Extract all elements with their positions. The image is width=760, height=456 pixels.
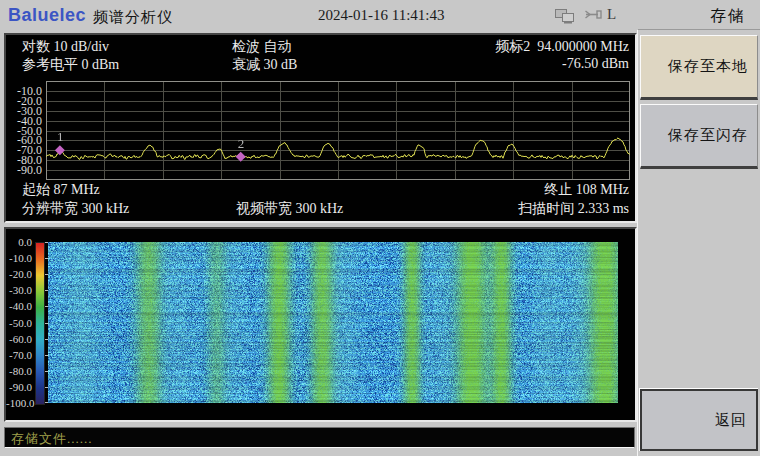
app-title: 频谱分析仪 [93, 8, 173, 27]
save-to-local-button[interactable]: 保存至本地 [640, 35, 758, 100]
sidebar-divider [637, 30, 638, 456]
scale-tick-label: 0.0 [6, 236, 32, 248]
status-icons: L [554, 6, 624, 26]
scale-tick-label: -40.0 [6, 300, 32, 312]
detector-setting: 检波 自动 [232, 38, 292, 56]
back-button[interactable]: 返回 [640, 389, 758, 451]
scale-tick-label: -70.0 [6, 349, 32, 361]
ref-level-setting: 参考电平 0 dBm [22, 56, 119, 74]
scale-tick-label: -30.0 [6, 284, 32, 296]
scale-tick-label: -100.0 [6, 397, 32, 409]
clock: 2024-01-16 11:41:43 [318, 7, 445, 24]
scale-tick-label: -90.0 [6, 381, 32, 393]
scale-setting: 对数 10 dB/div [22, 38, 109, 56]
bandwidth-row: 分辨带宽 300 kHz 视频带宽 300 kHz 扫描时间 2.333 ms [6, 200, 635, 216]
waterfall-display [48, 242, 618, 403]
scale-tick-label: -60.0 [6, 333, 32, 345]
scale-tick-label: -50.0 [6, 317, 32, 329]
attenuation-setting: 衰减 30 dB [232, 56, 297, 74]
menu-title: 存储 [710, 6, 746, 27]
status-message: 存储文件...... [11, 430, 93, 448]
spectrum-panel: 对数 10 dB/div 检波 自动 频标2 94.000000 MHz 参考电… [4, 33, 637, 223]
brand-logo: Baluelec [8, 5, 86, 26]
save-to-flash-button[interactable]: 保存至闪存 [640, 104, 758, 169]
spectrum-trace-display [46, 81, 630, 180]
marker-freq-readout: 频标2 94.000000 MHz [495, 38, 629, 56]
rbw-setting: 分辨带宽 300 kHz [22, 200, 129, 218]
freq-row: 起始 87 MHz 终止 108 MHz [6, 181, 635, 197]
vbw-setting: 视频带宽 300 kHz [236, 200, 343, 218]
settings-row-2: 参考电平 0 dBm 衰减 30 dB -76.50 dBm [6, 56, 635, 72]
settings-row-1: 对数 10 dB/div 检波 自动 频标2 94.000000 MHz [6, 38, 635, 54]
sweep-time-setting: 扫描时间 2.333 ms [518, 200, 629, 218]
scale-tick-label: -10.0 [6, 252, 32, 264]
color-scale-bar [35, 242, 45, 405]
network-screens-icon [554, 8, 576, 25]
usb-icon [583, 8, 603, 21]
link-indicator: L [607, 6, 616, 23]
menu-separator [638, 29, 760, 30]
scale-tick-label: -80.0 [6, 365, 32, 377]
scale-tick-label: -20.0 [6, 268, 32, 280]
y-tick-label: -90.0 [6, 163, 42, 178]
stop-freq: 终止 108 MHz [544, 181, 629, 199]
status-bar: 存储文件...... [4, 427, 635, 448]
start-freq: 起始 87 MHz [22, 181, 100, 199]
waterfall-panel: 0.0-10.0-20.0-30.0-40.0-50.0-60.0-70.0-8… [4, 227, 637, 422]
marker-level-readout: -76.50 dBm [562, 56, 629, 72]
sidebar-menu: 存储 保存至本地 保存至闪存 返回 [637, 0, 760, 456]
